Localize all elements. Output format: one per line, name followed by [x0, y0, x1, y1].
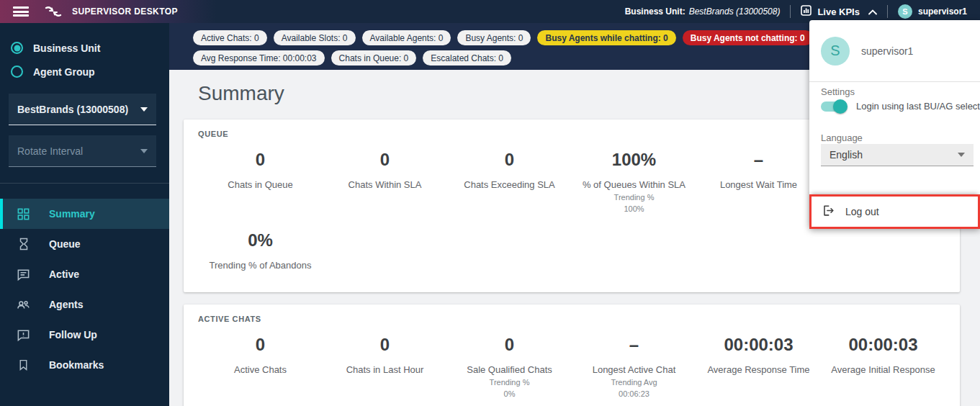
kpi-chip: Busy Agents: 0 [457, 30, 531, 45]
sidebar-item-label: Agents [49, 299, 83, 310]
stat-value: 0% [198, 230, 323, 251]
rotate-interval-placeholder: Rotate Interval [17, 145, 140, 157]
scope-radio-agent-group[interactable]: Agent Group [0, 60, 169, 84]
user-name: supervisor1 [918, 6, 967, 17]
scope-radio-business-unit[interactable]: Business Unit [0, 36, 169, 60]
kpi-chip: Chats in Queue: 0 [331, 50, 417, 66]
people-icon [17, 298, 30, 312]
stat: 0Active Chats [198, 335, 323, 398]
logout-menu-item[interactable]: Log out [812, 204, 978, 220]
stat: 0Sale Qualified ChatsTrending %0% [447, 335, 572, 398]
user-menu-panel: S supervisor1 Settings Login using last … [809, 20, 980, 229]
stat-label: Active Chats [198, 364, 323, 375]
stat-label: % of Queues Within SLA [572, 179, 696, 190]
header-divider [790, 5, 791, 18]
kpi-chip: Escalated Chats: 0 [423, 50, 511, 66]
sidebar-nav: SummaryQueueActiveAgentsFollow UpBookmar… [0, 199, 169, 380]
dashboard-icon [17, 207, 30, 221]
stat-row: 0Active Chats0Chats in Last Hour0Sale Qu… [198, 335, 945, 398]
stat-value: 0 [323, 150, 447, 170]
stat-row: 0%Trending % of Abandons [198, 230, 945, 271]
stat-label: Trending % of Abandons [198, 260, 323, 271]
stat-value: – [572, 335, 696, 355]
sidebar-item-agents[interactable]: Agents [0, 289, 169, 320]
scope-radio-label: Business Unit [33, 42, 100, 54]
chevron-down-icon [140, 107, 148, 112]
stat-label: Longest Active Chat [572, 364, 696, 375]
sidebar-item-label: Summary [49, 208, 95, 220]
scope-radio-label: Agent Group [33, 66, 95, 78]
stat-value: – [696, 150, 821, 170]
logout-highlight-box: Log out [809, 194, 980, 229]
radio-unselected-icon[interactable] [11, 66, 23, 78]
bar-chart-icon [801, 5, 812, 18]
chevron-down-icon [140, 149, 148, 153]
stat-value: 00:00:03 [696, 335, 821, 355]
live-kpis-label: Live KPIs [817, 6, 860, 17]
chat-lines-icon [17, 268, 30, 281]
business-unit-label: Business Unit: [625, 6, 685, 17]
stat-sub-value: 00:06:23 [572, 389, 696, 398]
stat-label: Chats Exceeding SLA [447, 179, 572, 190]
scope-radio-group: Business UnitAgent Group [0, 36, 169, 84]
header-business-unit: Business Unit: BestBrands (13000508) [625, 6, 781, 17]
user-menu-button[interactable]: S supervisor1 [898, 4, 967, 19]
business-unit-select[interactable]: BestBrands (13000508) [9, 94, 156, 125]
live-kpis-button[interactable]: Live KPIs [801, 5, 877, 18]
stat-value: 0 [198, 335, 323, 355]
app-screen: SUPERVISOR DESKTOP Business Unit: BestBr… [0, 0, 980, 406]
sidebar-divider [0, 183, 169, 184]
stat-value: 100% [572, 150, 696, 170]
sidebar-item-label: Queue [49, 238, 81, 250]
toggle-label: Login using last BU/AG selections [856, 101, 980, 112]
stat-value: 0 [198, 150, 323, 170]
logout-label: Log out [845, 206, 879, 217]
chat-alert-icon [17, 328, 30, 342]
stat-label: Chats in Queue [198, 179, 323, 190]
app-title: SUPERVISOR DESKTOP [72, 6, 178, 17]
kpi-chip: Available Agents: 0 [362, 30, 451, 45]
stat: 100%% of Queues Within SLATrending %100% [572, 150, 696, 213]
language-select-value: English [830, 149, 958, 161]
login-last-selection-toggle[interactable]: Login using last BU/AG selections [821, 101, 980, 112]
stat-label: Average Response Time [696, 364, 821, 375]
sidebar-item-summary[interactable]: Summary [0, 199, 169, 229]
stat-sub-label: Trending Avg [572, 378, 696, 387]
language-select[interactable]: English [821, 144, 974, 166]
stat-label: Chats Within SLA [323, 179, 447, 190]
header-divider [887, 5, 888, 18]
bookmark-icon [17, 358, 30, 372]
stat-label: Average Initial Response [821, 364, 945, 375]
hourglass-icon [17, 238, 30, 251]
stat-sub-label: Trending % [572, 193, 696, 202]
rotate-interval-select[interactable]: Rotate Interval [9, 135, 156, 167]
stat-value: 0 [447, 150, 572, 170]
sidebar-item-queue[interactable]: Queue [0, 229, 169, 259]
settings-label: Settings [821, 86, 855, 97]
stat: 0Chats in Queue [198, 150, 323, 213]
toggle-on-icon[interactable] [821, 102, 845, 112]
stat: 00:00:03Average Initial Response [821, 335, 945, 398]
radio-selected-icon[interactable] [11, 42, 23, 54]
kpi-chip: Active Chats: 0 [193, 30, 267, 45]
sidebar-item-bookmarks[interactable]: Bookmarks [0, 350, 169, 380]
stat: 0Chats in Last Hour [323, 335, 447, 398]
hamburger-menu-icon[interactable] [13, 6, 29, 17]
sidebar: Business UnitAgent Group BestBrands (130… [0, 23, 169, 406]
business-unit-select-value: BestBrands (13000508) [17, 104, 140, 115]
stat-label: Chats in Last Hour [323, 364, 447, 375]
sidebar-item-label: Follow Up [49, 329, 97, 340]
business-unit-value: BestBrands (13000508) [689, 6, 781, 17]
brand-logo-icon [45, 6, 62, 17]
stat-label: Sale Qualified Chats [447, 364, 572, 375]
stat-value: 00:00:03 [821, 335, 945, 355]
sidebar-item-active[interactable]: Active [0, 259, 169, 289]
user-name: supervisor1 [861, 45, 913, 57]
stat-value: 0 [447, 335, 572, 355]
kpi-chip: Busy Agents while chatting: 0 [537, 30, 675, 45]
sidebar-item-label: Bookmarks [49, 359, 104, 371]
stat: –Longest Active ChatTrending Avg00:06:23 [572, 335, 696, 398]
avatar: S [898, 4, 912, 19]
sidebar-item-follow-up[interactable]: Follow Up [0, 320, 169, 350]
kpi-chip: Busy Agents not chatting: 0 [683, 30, 813, 45]
